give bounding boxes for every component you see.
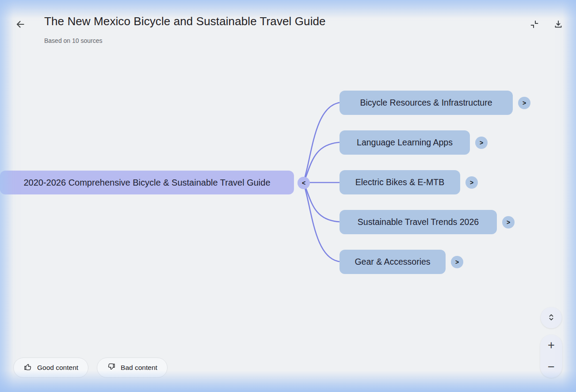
node-label: Bicycle Resources & Infrastructure [360,98,492,108]
download-button[interactable] [552,19,565,31]
collapse-nodes-button[interactable] [528,19,541,31]
mindmap-node-electric-bikes[interactable]: Electric Bikes & E-MTB [339,170,460,194]
expand-button-language-apps[interactable]: > [475,137,488,149]
node-label: Gear & Accessories [355,257,430,267]
expand-button-electric-bikes[interactable]: > [465,176,478,189]
expand-button-travel-trends[interactable]: > [502,216,515,228]
thumb-up-icon [23,362,32,373]
mindmap-root-node[interactable]: 2020-2026 Comprehensive Bicycle & Sustai… [0,171,294,194]
mindmap-node-travel-trends[interactable]: Sustainable Travel Trends 2026 [339,210,497,234]
root-node-label: 2020-2026 Comprehensive Bicycle & Sustai… [23,178,270,188]
back-button[interactable] [12,17,28,33]
thumb-down-icon [107,362,116,373]
sources-count-label: Based on 10 sources [44,37,103,44]
unfold-more-icon [546,312,556,323]
zoom-out-button[interactable]: − [540,356,562,378]
node-label: Electric Bikes & E-MTB [355,177,445,187]
root-collapse-button[interactable]: < [298,177,310,189]
mindmap-node-gear-accessories[interactable]: Gear & Accessories [339,250,446,274]
expand-button-bicycle-resources[interactable]: > [518,97,530,109]
good-content-label: Good content [37,364,78,372]
map-controls: + − [540,307,562,378]
page-title: The New Mexico Bicycle and Sustainable T… [44,15,326,28]
feedback-bar: Good content Bad content [13,358,168,378]
bad-content-button[interactable]: Bad content [97,358,168,378]
zoom-in-button[interactable]: + [540,335,562,356]
arrow-left-icon [15,19,26,31]
download-icon [553,19,564,31]
mindmap-node-language-apps[interactable]: Language Learning Apps [339,130,470,155]
good-content-button[interactable]: Good content [13,358,88,378]
node-label: Sustainable Travel Trends 2026 [358,217,479,227]
mindmap-node-bicycle-resources[interactable]: Bicycle Resources & Infrastructure [339,91,513,115]
expand-button-gear-accessories[interactable]: > [451,256,463,268]
mindmap-canvas[interactable]: 2020-2026 Comprehensive Bicycle & Sustai… [0,0,576,392]
zoom-control: + − [540,335,562,378]
connector-lines [0,0,576,392]
node-label: Language Learning Apps [357,137,453,148]
collapse-content-icon [529,19,540,31]
expand-collapse-all-button[interactable] [541,307,562,328]
bad-content-label: Bad content [121,364,157,372]
header-actions [528,19,565,31]
